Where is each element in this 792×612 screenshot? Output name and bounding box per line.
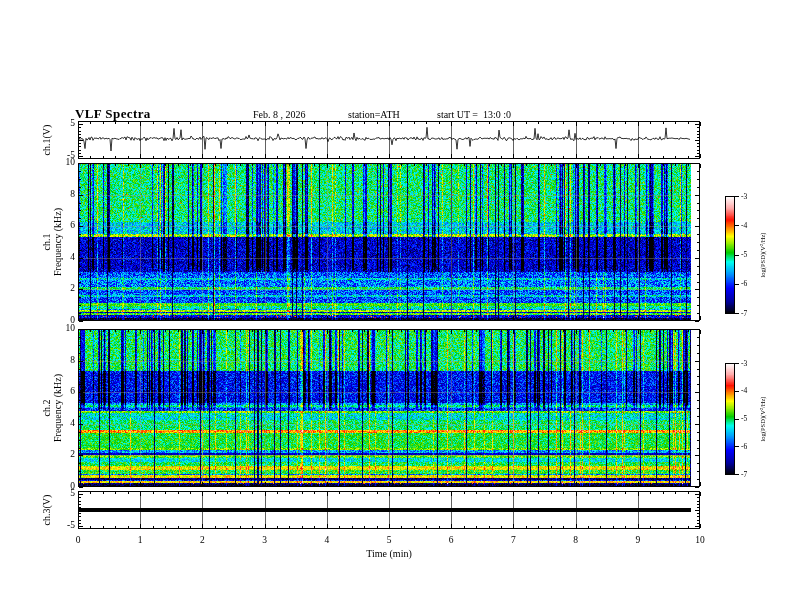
x-tick-label: 5 xyxy=(387,535,392,545)
ch2-frequency-label-line: Frequency (kHz) xyxy=(52,374,63,442)
ch2-freq-tick-label: 8 xyxy=(50,355,75,365)
ch1-freq-tick-label: 8 xyxy=(50,189,75,199)
ch3-volt-tick-label: 5 xyxy=(50,488,75,498)
colorbar2-tick-label: -5 xyxy=(741,414,747,423)
x-tick-label: 3 xyxy=(262,535,267,545)
ch2-frequency-axis-label: ch.2 Frequency (kHz) xyxy=(41,374,63,442)
ch2-freq-tick-label: 6 xyxy=(50,386,75,396)
colorbar2-tick-label: -4 xyxy=(741,386,747,395)
colorbar2-tick-label: -7 xyxy=(741,470,747,479)
header-date: Feb. 8 , 2026 xyxy=(253,109,306,120)
x-tick-label: 7 xyxy=(511,535,516,545)
ch1-freq-tick-label: 4 xyxy=(50,252,75,262)
header-station: station=ATH xyxy=(348,109,400,120)
x-tick-label: 6 xyxy=(449,535,454,545)
page-title: VLF Spectra xyxy=(75,106,151,122)
x-tick-label: 8 xyxy=(573,535,578,545)
colorbar1-tick-label: -3 xyxy=(741,192,747,201)
colorbar2-tick-label: -3 xyxy=(741,359,747,368)
ch1-frequency-label-line: Frequency (kHz) xyxy=(52,208,63,276)
x-tick-label: 0 xyxy=(76,535,81,545)
x-tick-label: 9 xyxy=(635,535,640,545)
vlf-spectra-figure: VLF Spectra Feb. 8 , 2026 station=ATH st… xyxy=(0,0,792,612)
colorbar1-label: log(PSD)(V²/Hz) xyxy=(757,233,768,278)
header-start-ut: start UT = 13:0 :0 xyxy=(437,109,511,120)
ch1-volt-tick-label: 5 xyxy=(50,118,75,128)
ch2-label-line: ch.2 xyxy=(41,374,52,442)
x-tick-label: 1 xyxy=(138,535,143,545)
ch1-label-line: ch.1 xyxy=(41,208,52,276)
colorbar1-tick-label: -6 xyxy=(741,279,747,288)
figure-canvas xyxy=(0,0,792,612)
colorbar1-tick-label: -4 xyxy=(741,221,747,230)
colorbar2-label: log(PSD)(V²/Hz) xyxy=(757,397,768,442)
ch2-freq-tick-label: 4 xyxy=(50,418,75,428)
x-tick-label: 4 xyxy=(324,535,329,545)
x-tick-label: 10 xyxy=(695,535,705,545)
ch1-freq-tick-label: 2 xyxy=(50,283,75,293)
ch2-freq-tick-label: 2 xyxy=(50,449,75,459)
x-tick-label: 2 xyxy=(200,535,205,545)
ch1-volt-tick-label: -5 xyxy=(50,150,75,160)
colorbar1-tick-label: -7 xyxy=(741,309,747,318)
ch3-volt-tick-label: -5 xyxy=(50,520,75,530)
ch1-frequency-axis-label: ch.1 Frequency (kHz) xyxy=(41,208,63,276)
colorbar2-tick-label: -6 xyxy=(741,442,747,451)
ch2-freq-tick-label: 10 xyxy=(50,323,75,333)
colorbar1-tick-label: -5 xyxy=(741,250,747,259)
x-axis-label: Time (min) xyxy=(366,548,411,559)
ch1-freq-tick-label: 6 xyxy=(50,220,75,230)
